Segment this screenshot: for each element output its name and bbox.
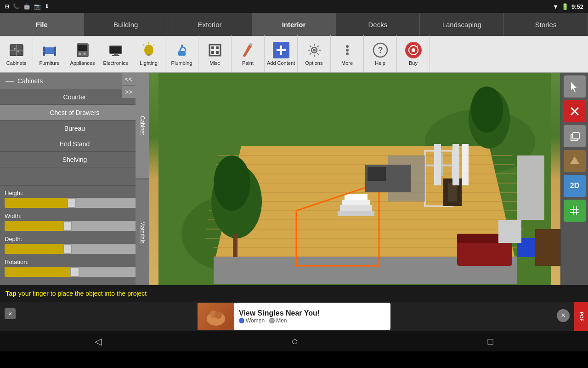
ad-image [198, 303, 234, 330]
svg-rect-64 [233, 234, 237, 257]
men-label: Men [276, 317, 287, 324]
recent-button[interactable]: □ [487, 336, 493, 347]
tab-exterior[interactable]: Exterior [168, 13, 252, 36]
tab-landscaping[interactable]: Landscaping [420, 13, 504, 36]
svg-marker-89 [571, 82, 577, 92]
cabinet-chest-of-drawers[interactable]: Chest of Drawers [0, 105, 149, 121]
svg-rect-23 [178, 51, 186, 56]
tab-stories[interactable]: Stories [504, 13, 588, 36]
svg-rect-25 [209, 45, 220, 56]
options-label: Options [305, 60, 323, 66]
svg-rect-83 [434, 144, 441, 185]
cabinets-label: Cabinets [6, 60, 26, 66]
tab-building[interactable]: Building [84, 13, 168, 36]
svg-rect-16 [114, 54, 118, 55]
svg-rect-29 [216, 51, 219, 54]
radio-women [239, 318, 244, 323]
android-nav: ◁ ○ □ [0, 331, 588, 351]
tap-label: Tap [6, 290, 17, 297]
svg-rect-88 [498, 220, 521, 243]
svg-text:?: ? [378, 46, 383, 55]
toolbar-plumbing[interactable]: Plumbing [165, 35, 198, 72]
toolbar-help[interactable]: ? Help [364, 35, 397, 72]
svg-rect-84 [452, 144, 459, 185]
slider-depth-row: Depth: [5, 236, 145, 254]
material-button[interactable] [564, 150, 586, 172]
svg-rect-95 [570, 206, 579, 215]
nav-next[interactable]: >> [122, 86, 136, 98]
svg-point-13 [83, 53, 85, 55]
rotation-thumb[interactable] [70, 267, 79, 277]
depth-thumb[interactable] [63, 244, 72, 254]
depth-label: Depth: [5, 236, 145, 242]
width-thumb[interactable] [63, 221, 72, 231]
rotation-slider[interactable] [5, 267, 145, 277]
svg-point-35 [346, 45, 349, 48]
svg-rect-75 [338, 211, 374, 216]
tab-file[interactable]: File [0, 13, 84, 36]
toolbar-paint[interactable]: Paint [232, 35, 265, 72]
home-button[interactable]: ○ [291, 335, 298, 348]
slider-rotation-row: Rotation: [5, 259, 145, 277]
cabinet-end-stand[interactable]: End Stand [0, 136, 149, 152]
svg-point-36 [346, 49, 349, 52]
appliances-label: Appliances [70, 60, 95, 66]
toolbar-options[interactable]: Options [298, 35, 331, 72]
toolbar-more[interactable]: More [331, 35, 364, 72]
buy-label: Buy [409, 60, 418, 66]
status-icons-right: ▼ 🔋 9:52 [553, 3, 583, 10]
copy-button[interactable] [564, 125, 586, 147]
svg-point-63 [214, 155, 250, 211]
nav-arrows: << >> [122, 73, 136, 98]
slider-width-row: Width: [5, 213, 145, 231]
cabinets-icon [8, 42, 25, 58]
svg-rect-28 [211, 51, 214, 54]
furniture-label: Furniture [39, 60, 59, 66]
view2d-button[interactable]: 2D [564, 175, 586, 197]
android-icon: 🤖 [23, 3, 30, 10]
toolbar-electronics[interactable]: Electronics [99, 35, 132, 72]
pof-banner: POF [574, 302, 588, 331]
status-bar: ⊟ 📞 🤖 📷 ⬇ ▼ 🔋 9:52 [0, 0, 588, 13]
download-icon: ⬇ [45, 3, 49, 10]
view-3d[interactable] [149, 73, 560, 285]
height-slider[interactable] [5, 198, 145, 208]
toolbar-add-content[interactable]: Add Content [265, 35, 298, 72]
cabinet-tab[interactable]: Cabinet [136, 73, 149, 179]
delete-button[interactable] [564, 100, 586, 122]
svg-rect-85 [462, 144, 469, 185]
tab-interior[interactable]: Interior [252, 13, 336, 36]
svg-point-18 [144, 45, 153, 56]
plumbing-icon [174, 42, 190, 58]
2d-label: 2D [570, 182, 579, 190]
add-content-icon [273, 42, 289, 58]
toolbar-furniture[interactable]: Furniture [33, 35, 66, 72]
right-panel: 2D [560, 73, 588, 285]
cursor-button[interactable] [564, 75, 586, 98]
depth-slider[interactable] [5, 244, 145, 254]
back-button[interactable]: ◁ [95, 336, 102, 347]
width-slider[interactable] [5, 221, 145, 231]
help-icon: ? [372, 42, 389, 58]
toolbar-appliances[interactable]: Appliances [66, 35, 99, 72]
bottom-bar: Tap your finger to place the object into… [0, 285, 588, 302]
plumbing-label: Plumbing [171, 60, 192, 66]
toolbar-buy[interactable]: Buy [397, 35, 430, 72]
materials-tab[interactable]: Materials [136, 179, 149, 285]
toolbar-cabinets[interactable]: Cabinets [0, 35, 33, 72]
3d-scene [149, 73, 560, 285]
ad-close-left[interactable]: × [5, 308, 16, 319]
cabinet-bureau[interactable]: Bureau [0, 121, 149, 136]
toolbar-lighting[interactable]: Lighting [132, 35, 165, 72]
tab-decks[interactable]: Decks [336, 13, 420, 36]
svg-line-22 [143, 45, 144, 46]
nav-prev[interactable]: << [122, 73, 136, 86]
ad-close-button[interactable]: × [557, 309, 570, 322]
cabinet-shelving[interactable]: Shelving [0, 152, 149, 167]
panel-dash-icon: — [6, 76, 14, 86]
height-thumb[interactable] [67, 198, 76, 208]
grid-button[interactable] [564, 200, 586, 222]
toolbar-misc[interactable]: Misc [198, 35, 232, 72]
appliances-icon [74, 42, 91, 58]
svg-rect-11 [78, 45, 87, 51]
